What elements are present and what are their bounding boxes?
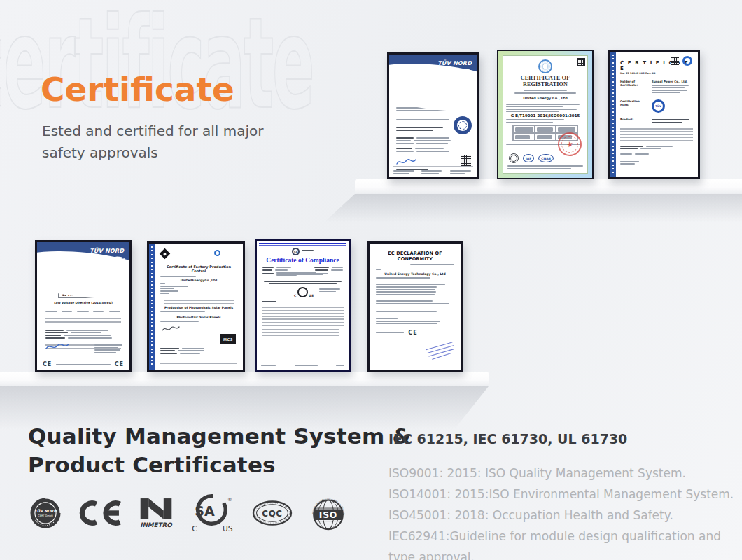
standards-heading: IEC 61215, IEC 61730, UL 61730 [388, 431, 742, 456]
iso-logo-icon: International Organization for Standardi… [309, 494, 347, 532]
csa-mark-row: C US [257, 287, 349, 298]
cert-number: No. 23 10948 003 Rev. 00 [620, 72, 693, 75]
scheme-logo-icon [214, 250, 220, 256]
csa-mark-icon: C US [298, 287, 308, 298]
cert-org: UnitedEnergyCo.,Ltd [160, 279, 237, 282]
signature-scribble [46, 342, 69, 351]
page-subtitle-line1: Ested and certified for all major [42, 120, 263, 142]
certificate-page: certificate Certificate Ested and certif… [0, 0, 742, 560]
qr-code [578, 58, 585, 66]
svg-text:INMETRO: INMETRO [140, 522, 173, 528]
accreditation-stamps: IAF CNAS [509, 153, 554, 163]
cert-tuv-nord-eu-directive[interactable]: TÜV NORD Certificate of conformity with … [35, 240, 132, 372]
cert-content: C E R T I F I C A T E No. 23 10948 003 R… [620, 60, 693, 164]
holder-label: Holder of Certificate: [620, 80, 648, 94]
signature-scribble [162, 325, 180, 333]
standards-item: ISO45001: 2018: Occupation Health and Sa… [388, 505, 742, 526]
background-watermark: certificate [0, 0, 313, 136]
cert-fields [262, 267, 343, 276]
cert-footer-lines [261, 364, 344, 368]
cert-detail-rows [396, 136, 454, 153]
shelf-middle [0, 372, 489, 386]
cnas-stamp: CNAS [538, 154, 554, 162]
cert-footer-lines [160, 360, 237, 365]
svg-text:CQC: CQC [262, 509, 282, 519]
standards-item: IEC62941:Guideline for module design qua… [388, 526, 742, 560]
scope-line-1: Production of Photovoltaic Solar Panels [160, 306, 237, 309]
scheme-logo [214, 250, 237, 256]
vertical-certificate-strip [149, 244, 155, 370]
svg-text:SA: SA [195, 503, 215, 519]
section-heading-line1: Quality Management System & [28, 422, 412, 451]
cert-footer-lines [393, 166, 473, 175]
tuv-nord-banner: TÜV NORD [37, 242, 130, 267]
cert-registration[interactable]: CERTIFICATE OF REGISTRATION United Energ… [497, 50, 594, 179]
address-lines [94, 343, 122, 354]
csa-group-logo: SA [257, 248, 349, 255]
ce-mark-row: CE [376, 330, 454, 336]
inmetro-logo-icon: INMETRO [139, 493, 174, 533]
products-section [262, 301, 344, 337]
mcs-badge: MCS [220, 334, 236, 344]
standards-list: ISO9001: 2015: ISO Quality Management Sy… [388, 463, 742, 560]
qr-code [461, 155, 471, 166]
cert-registration-inner: CERTIFICATE OF REGISTRATION United Energ… [503, 55, 588, 174]
cert-tuv-rheinland[interactable]: C E R T I F I C A T E No. 23 10948 003 R… [608, 50, 700, 179]
page-title: Certificate [41, 70, 234, 108]
svg-text:C: C [192, 524, 197, 533]
directive-columns [46, 309, 121, 316]
mark-label: Certification Mark: [620, 99, 648, 113]
blue-rule-thin [259, 245, 346, 246]
vertical-certificate-strip [610, 52, 616, 177]
cert-csa-compliance[interactable]: SA Certificate of Compliance C US [255, 239, 351, 372]
svg-text:®: ® [227, 497, 232, 503]
product-label: Product: [620, 118, 648, 124]
cqc-logo-icon: CQC [252, 499, 293, 527]
cert-tuv-nord-certificate[interactable]: TÜV NORD CERTIFICATE [387, 52, 479, 179]
tuv-nord-logo: TÜV NORD [438, 60, 472, 66]
standards-item: ISO9001: 2015: ISO Quality Management Sy… [388, 463, 742, 484]
cert-factory-production-control[interactable]: Certificate of Factory Production Contro… [147, 241, 245, 372]
cert-standard: G B/T19001-2016/ISO9001:2015 [506, 113, 584, 118]
cert-ec-declaration[interactable]: EC DECLARATION OF CONFORMITY United Ener… [368, 241, 463, 372]
section-heading-line2: Product Certificates [28, 451, 412, 479]
blue-stamp-scribble [424, 340, 457, 362]
standards-block: IEC 61215, IEC 61730, UL 61730 ISO9001: … [388, 431, 742, 560]
standards-item: ISO14001: 2015:ISO Environmental Managem… [388, 484, 742, 505]
certification-logos-row: TÜV NORD CERT GmbH INMETRO SA ® C US [29, 493, 347, 533]
qr-code [671, 57, 679, 65]
tuv-nord-logo-icon: TÜV NORD CERT GmbH [29, 497, 62, 529]
page-subtitle: Ested and certified for all major safety… [42, 120, 263, 164]
cert-footer: CE CE [43, 361, 124, 368]
ce-mark-right: CE [115, 361, 124, 368]
tuv-nord-banner: TÜV NORD [389, 55, 477, 80]
svg-text:TÜV NORD: TÜV NORD [34, 509, 57, 513]
cert-title: CERTIFICATE OF REGISTRATION [506, 75, 584, 88]
cert-content: Certificate of Factory Production Contro… [160, 265, 237, 322]
ce-mark-left: CE [43, 361, 52, 368]
nqa-diamond-logo-icon [160, 248, 171, 260]
cert-org: United Energy Co., Ltd [506, 96, 584, 100]
tuv-certification-mark-icon: TÜV [652, 99, 665, 113]
directive-name: Low Voltage Directive (2014/35/EU) [37, 301, 130, 304]
tuv-nord-logo: TÜV NORD [90, 248, 124, 254]
section-heading: Quality Management System & Product Cert… [28, 422, 412, 479]
tuv-round-logo-icon [682, 56, 692, 66]
blue-rule [259, 243, 346, 244]
shelf-top [355, 179, 742, 194]
cert-org: United Energy Technology Co., Ltd [376, 272, 454, 276]
accreditation-stamp-icon [509, 153, 519, 163]
iaf-stamp: IAF [523, 154, 534, 162]
csa-logo-icon: SA ® C US [190, 493, 235, 533]
ce-logo-icon [78, 498, 122, 528]
cert-body-lines: United Energy Technology Co., Ltd CE [376, 264, 454, 336]
cert-footer-lines [507, 164, 583, 170]
csa-group-logo-icon: SA [292, 248, 300, 255]
scope-line-2: Photovoltaic Solar Panels [160, 316, 237, 319]
italic-notice-lines [264, 279, 342, 285]
holder-value: Sunpal Power Co., Ltd. [652, 80, 693, 83]
issued-by-lines [319, 287, 340, 293]
cert-detail-rows [160, 346, 216, 356]
cert-title: Certificate of Compliance [257, 257, 349, 264]
svg-text:US: US [223, 524, 233, 533]
